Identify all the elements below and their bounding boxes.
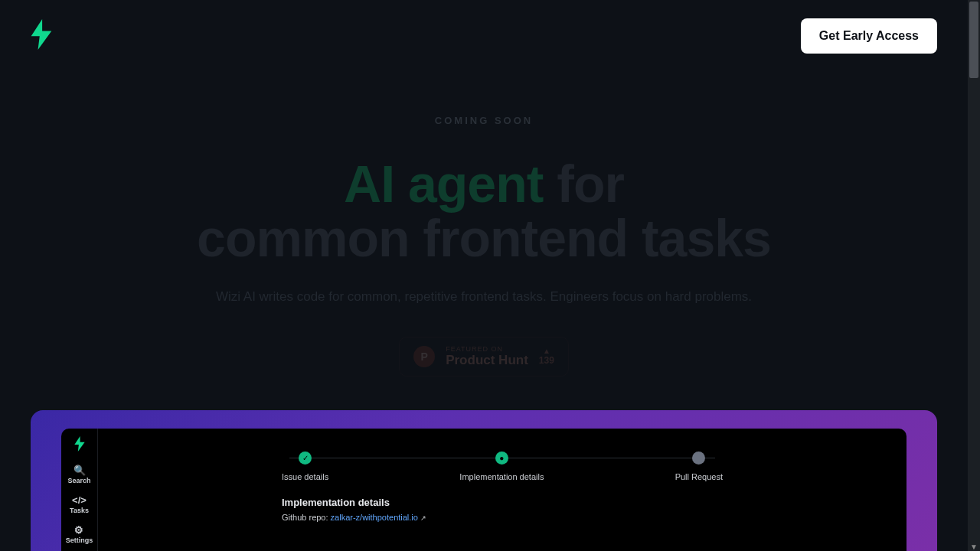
sidebar-item-tasks[interactable]: </> Tasks — [70, 495, 89, 514]
header: Get Early Access — [0, 0, 968, 72]
sidebar-item-label: Search — [67, 477, 90, 484]
hero-title: AI agent for common frontend tasks — [31, 157, 937, 266]
preview-sidebar: 🔍 Search </> Tasks ⚙ Settings — [61, 429, 98, 551]
upvote-icon: ▲ — [543, 347, 550, 355]
app-preview-window: 🔍 Search </> Tasks ⚙ Settings ✓ Issue de… — [61, 429, 906, 551]
app-preview-frame: 🔍 Search </> Tasks ⚙ Settings ✓ Issue de… — [31, 410, 937, 551]
sidebar-item-settings[interactable]: ⚙ Settings — [66, 525, 93, 544]
hero-subtitle: Wizi AI writes code for common, repetiti… — [31, 289, 937, 305]
search-icon: 🔍 — [74, 465, 86, 475]
coming-soon-pill: COMING SOON — [31, 115, 937, 126]
progress-stepper: ✓ Issue details ● Implementation details… — [282, 452, 723, 481]
hero-title-rest-1: for — [543, 155, 624, 213]
step-dot-active: ● — [495, 452, 508, 465]
section-title: Implementation details — [282, 497, 861, 508]
step-issue-details[interactable]: ✓ Issue details — [282, 452, 328, 481]
get-early-access-button[interactable]: Get Early Access — [801, 18, 937, 54]
step-label: Pull Request — [675, 472, 723, 481]
scrollbar-thumb[interactable] — [969, 2, 978, 78]
sidebar-item-label: Settings — [66, 536, 93, 544]
vertical-scrollbar[interactable]: ▲ ▼ — [968, 0, 980, 551]
product-hunt-vote-count: 139 — [539, 355, 554, 366]
product-hunt-name: Product Hunt — [446, 353, 528, 368]
step-label: Implementation details — [459, 472, 544, 481]
product-hunt-icon: P — [413, 346, 435, 367]
repo-meta-line: Github repo: zalkar-z/withpotential.io ↗ — [282, 513, 861, 522]
bolt-logo-icon — [31, 19, 52, 53]
product-hunt-featured-label: FEATURED ON — [446, 345, 528, 353]
check-icon: ✓ — [299, 452, 312, 465]
scroll-down-icon[interactable]: ▼ — [968, 540, 980, 551]
repo-link[interactable]: zalkar-z/withpotential.io — [331, 513, 418, 522]
preview-main: ✓ Issue details ● Implementation details… — [98, 429, 906, 551]
preview-bolt-icon — [74, 436, 85, 455]
repo-meta-label: Github repo: — [282, 513, 331, 522]
step-pull-request[interactable]: Pull Request — [675, 452, 723, 481]
hero-title-accent: AI agent — [344, 155, 543, 213]
product-hunt-text: FEATURED ON Product Hunt — [446, 345, 528, 368]
sidebar-item-search[interactable]: 🔍 Search — [67, 465, 90, 484]
product-hunt-badge[interactable]: P FEATURED ON Product Hunt ▲ 139 — [399, 337, 569, 377]
sidebar-item-label: Tasks — [70, 507, 89, 514]
external-link-icon: ↗ — [420, 514, 426, 522]
hero-section: COMING SOON AI agent for common frontend… — [0, 115, 968, 377]
product-hunt-votes: ▲ 139 — [539, 347, 554, 366]
gear-icon: ⚙ — [74, 525, 83, 535]
step-dot-pending — [692, 452, 705, 465]
hero-title-line2: common frontend tasks — [197, 209, 771, 267]
code-icon: </> — [72, 495, 87, 505]
step-implementation-details[interactable]: ● Implementation details — [459, 452, 544, 481]
step-label: Issue details — [282, 472, 328, 481]
